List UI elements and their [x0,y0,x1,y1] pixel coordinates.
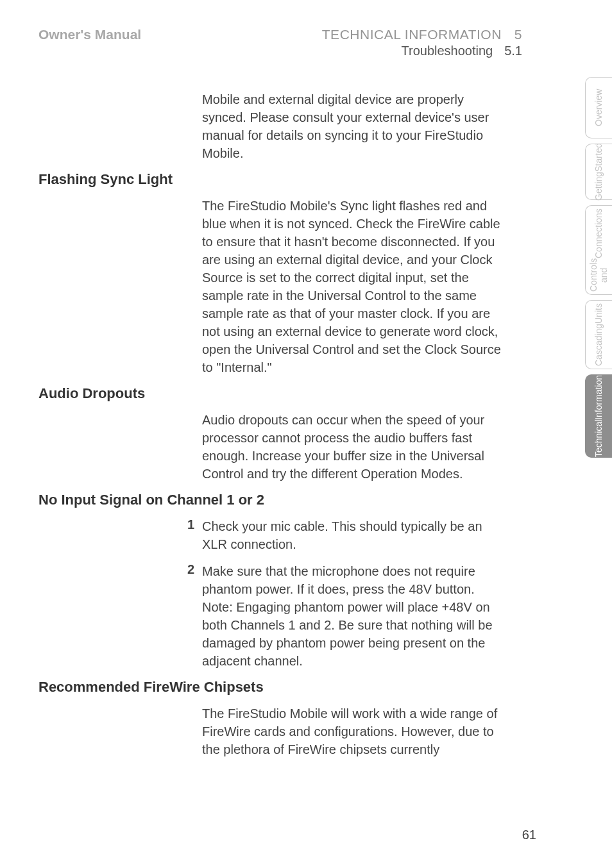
tab-label-line2: Information [594,375,604,420]
list-text: Check your mic cable. This should typica… [202,517,503,553]
firewire-chipsets-heading: Recommended FireWire Chipsets [38,679,574,696]
page-number: 61 [522,828,536,842]
flashing-sync-heading: Flashing Sync Light [38,171,574,188]
tab-label-line1: Controls and [589,258,609,292]
page-header: Owner's Manual TECHNICAL INFORMATION5 Tr… [38,27,574,58]
tab-overview[interactable]: Overview [585,77,612,138]
list-item: 1 Check your mic cable. This should typi… [176,517,503,553]
tab-label-line1: Getting [594,172,604,201]
list-number: 1 [176,517,202,553]
firewire-chipsets-body: The FireStudio Mobile will work with a w… [202,705,503,758]
header-right: TECHNICAL INFORMATION5 Troubleshooting5.… [202,27,574,58]
section-title-line: TECHNICAL INFORMATION5 [202,27,522,42]
tab-label: Overview [594,89,604,126]
subsection-title: Troubleshooting [402,44,493,58]
tab-label-line2: Started [594,143,604,172]
tab-technical-information[interactable]: Technical Information [585,374,612,458]
tab-cascading-units[interactable]: Cascading Units [585,300,612,369]
tab-getting-started[interactable]: Getting Started [585,144,612,200]
side-tabs: Overview Getting Started Controls and Co… [585,77,612,458]
tab-label-line1: Cascading [594,324,604,366]
no-input-heading: No Input Signal on Channel 1 or 2 [38,492,574,508]
tab-label-line2: Connections [594,208,604,258]
tab-label-line1: Technical [594,420,604,457]
list-text: Make sure that the microphone does not r… [202,562,503,670]
subsection-number: 5.1 [504,44,522,58]
subsection-title-line: Troubleshooting5.1 [202,44,522,58]
flashing-sync-body: The FireStudio Mobile's Sync light flash… [202,197,503,376]
audio-dropouts-body: Audio dropouts can occur when the speed … [202,411,503,483]
tab-label-line2: Units [594,303,604,324]
section-title: TECHNICAL INFORMATION [322,27,502,42]
list-number: 2 [176,562,202,670]
list-item: 2 Make sure that the microphone does not… [176,562,503,670]
tab-controls-connections[interactable]: Controls and Connections [585,205,612,295]
intro-continuation-text: Mobile and external digital device are p… [202,90,503,162]
audio-dropouts-heading: Audio Dropouts [38,385,574,402]
owners-manual-label: Owner's Manual [38,27,202,58]
section-number: 5 [514,27,522,42]
